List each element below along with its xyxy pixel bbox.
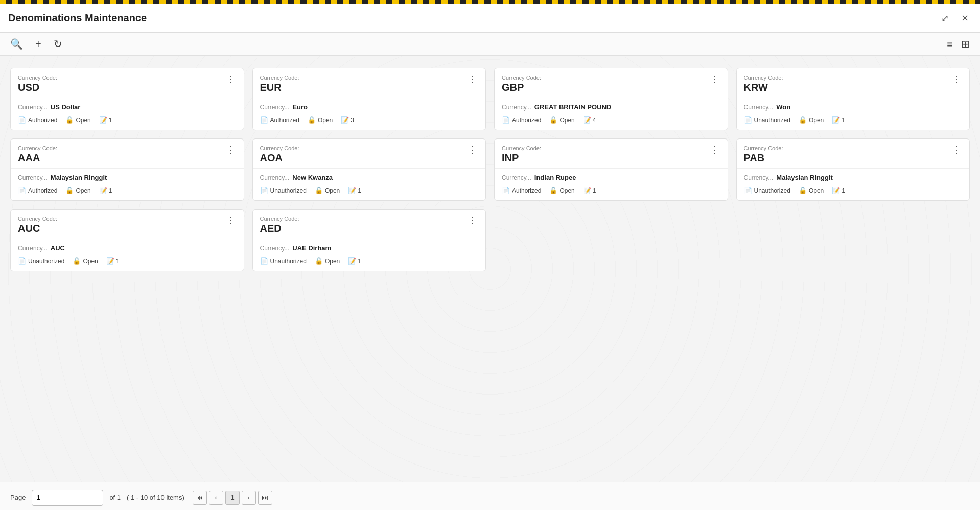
add-button[interactable]: + (33, 37, 43, 51)
page-input[interactable] (32, 490, 103, 506)
status-text: Authorized (270, 117, 299, 124)
currency-name-row: Currency... New Kwanza (260, 174, 479, 181)
edit-count-value: 1 (358, 187, 361, 194)
edit-icon: 📝 (583, 116, 591, 124)
edit-count: 📝 1 (832, 187, 845, 194)
refresh-button[interactable]: ↻ (52, 37, 64, 51)
page-label: Page (10, 494, 26, 501)
edit-count-value: 1 (109, 187, 112, 194)
currency-card: Currency Code: INP ⋮ Currency... Indian … (494, 138, 728, 201)
card-header-left: Currency Code: AAA (18, 145, 57, 164)
current-page-button[interactable]: 1 (225, 491, 240, 505)
lock-icon: 🔓 (315, 187, 323, 194)
card-status-row: 📄 Unauthorized 🔓 Open 📝 1 (744, 116, 963, 124)
lock-status: 🔓 Open (315, 257, 340, 265)
currency-name-row: Currency... GREAT BRITAIN POUND (502, 103, 720, 111)
lock-text: Open (76, 187, 90, 194)
page-nav-buttons: ⏮ ‹ 1 › ⏭ (193, 491, 272, 505)
edit-count-value: 1 (593, 187, 596, 194)
doc-icon: 📄 (744, 116, 752, 124)
authorization-status: 📄 Unauthorized (744, 187, 790, 194)
currency-full-name: AUC (51, 244, 65, 252)
card-menu-button[interactable]: ⋮ (709, 145, 720, 154)
card-status-row: 📄 Authorized 🔓 Open 📝 3 (260, 116, 479, 124)
edit-count: 📝 4 (583, 116, 596, 124)
last-page-button[interactable]: ⏭ (258, 491, 272, 505)
lock-text: Open (83, 258, 98, 265)
edit-icon: 📝 (832, 187, 840, 194)
lock-text: Open (559, 187, 574, 194)
card-menu-button[interactable]: ⋮ (467, 75, 478, 84)
card-menu-button[interactable]: ⋮ (709, 75, 720, 84)
currency-name-row: Currency... Euro (260, 103, 479, 111)
card-menu-button[interactable]: ⋮ (225, 75, 237, 84)
cards-grid: Currency Code: USD ⋮ Currency... US Doll… (10, 68, 970, 271)
card-menu-button[interactable]: ⋮ (225, 145, 237, 154)
status-text: Authorized (28, 187, 57, 194)
lock-text: Open (325, 187, 340, 194)
authorization-status: 📄 Unauthorized (260, 187, 307, 194)
close-button[interactable]: ✕ (958, 12, 972, 25)
status-text: Unauthorized (28, 258, 64, 265)
currency-full-name: Indian Rupee (534, 174, 576, 181)
card-menu-button[interactable]: ⋮ (951, 75, 962, 84)
currency-card: Currency Code: EUR ⋮ Currency... Euro 📄 … (252, 68, 486, 130)
currency-code-value: USD (18, 82, 57, 94)
toolbar: 🔍 + ↻ ≡ ⊞ (0, 33, 980, 56)
lock-icon: 🔓 (549, 187, 557, 194)
currency-prefix: Currency... (744, 174, 774, 181)
list-view-button[interactable]: ≡ (945, 37, 955, 51)
currency-code-value: AOA (260, 152, 299, 164)
toolbar-left-actions: 🔍 + ↻ (8, 37, 64, 51)
first-page-button[interactable]: ⏮ (193, 491, 207, 505)
doc-icon: 📄 (18, 187, 26, 194)
currency-code-label: Currency Code: (18, 216, 57, 222)
card-header-left: Currency Code: AED (260, 216, 299, 235)
card-status-row: 📄 Unauthorized 🔓 Open 📝 1 (744, 187, 963, 194)
maximize-button[interactable]: ⤢ (938, 12, 952, 25)
authorization-status: 📄 Unauthorized (260, 257, 307, 265)
currency-card: Currency Code: PAB ⋮ Currency... Malaysi… (736, 138, 970, 201)
card-menu-button[interactable]: ⋮ (951, 145, 962, 154)
prev-page-button[interactable]: ‹ (209, 491, 223, 505)
next-page-button[interactable]: › (242, 491, 256, 505)
edit-icon: 📝 (583, 187, 591, 194)
currency-code-value: GBP (502, 82, 541, 94)
currency-code-label: Currency Code: (502, 145, 541, 151)
lock-icon: 🔓 (308, 116, 316, 124)
edit-count-value: 1 (842, 187, 845, 194)
currency-code-value: AED (260, 223, 299, 235)
currency-full-name: Malaysian Ringgit (51, 174, 107, 181)
edit-count: 📝 3 (341, 116, 354, 124)
card-header: Currency Code: AUC ⋮ (11, 210, 244, 239)
currency-prefix: Currency... (18, 104, 48, 111)
pagination-bar: Page of 1 ( 1 - 10 of 10 items) ⏮ ‹ 1 › … (0, 482, 980, 510)
edit-count: 📝 1 (583, 187, 596, 194)
card-menu-button[interactable]: ⋮ (467, 216, 478, 225)
card-status-row: 📄 Authorized 🔓 Open 📝 1 (502, 187, 720, 194)
toolbar-right-actions: ≡ ⊞ (945, 37, 972, 51)
search-button[interactable]: 🔍 (8, 37, 25, 51)
currency-full-name: GREAT BRITAIN POUND (534, 103, 611, 111)
lock-icon: 🔓 (65, 187, 74, 194)
currency-code-value: INP (502, 152, 541, 164)
card-menu-button[interactable]: ⋮ (225, 216, 237, 225)
page-range-label: ( 1 - 10 of 10 items) (127, 494, 184, 501)
card-body: Currency... Malaysian Ringgit 📄 Unauthor… (737, 169, 970, 200)
doc-icon: 📄 (260, 116, 268, 124)
card-header: Currency Code: GBP ⋮ (495, 68, 728, 98)
grid-view-button[interactable]: ⊞ (959, 37, 972, 51)
card-status-row: 📄 Unauthorized 🔓 Open 📝 1 (260, 187, 479, 194)
card-header: Currency Code: USD ⋮ (11, 68, 244, 98)
lock-text: Open (559, 117, 574, 124)
edit-count: 📝 1 (99, 187, 112, 194)
card-status-row: 📄 Authorized 🔓 Open 📝 4 (502, 116, 720, 124)
card-menu-button[interactable]: ⋮ (467, 145, 478, 154)
currency-full-name: New Kwanza (292, 174, 333, 181)
card-header-left: Currency Code: AOA (260, 145, 299, 164)
lock-status: 🔓 Open (73, 257, 98, 265)
currency-full-name: Won (776, 103, 790, 111)
card-body: Currency... AUC 📄 Unauthorized 🔓 Open 📝 … (11, 239, 244, 271)
currency-name-row: Currency... Malaysian Ringgit (18, 174, 237, 181)
card-header-left: Currency Code: GBP (502, 75, 541, 94)
